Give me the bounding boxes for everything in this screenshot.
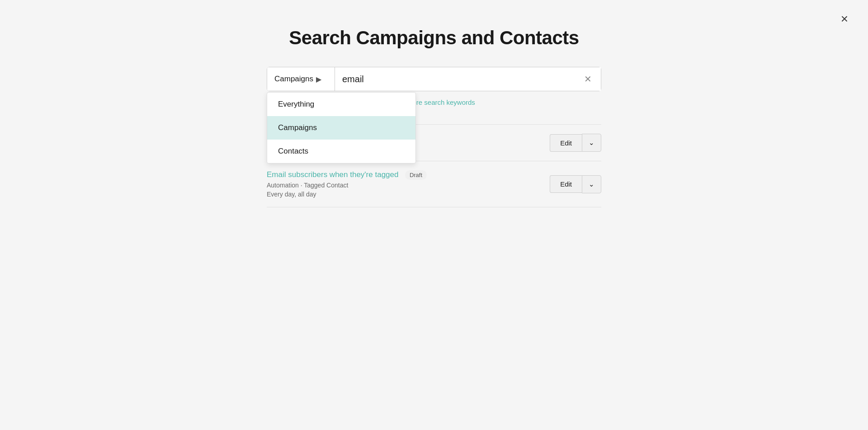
- dropdown-item-contacts[interactable]: Contacts: [267, 140, 415, 163]
- edit-button-1[interactable]: Edit: [550, 134, 582, 152]
- edit-dropdown-button-2[interactable]: ⌄: [582, 175, 601, 193]
- status-badge: Draft: [405, 170, 427, 180]
- clear-search-button[interactable]: ✕: [582, 74, 594, 84]
- edit-dropdown-button-1[interactable]: ⌄: [582, 134, 601, 152]
- search-type-selector[interactable]: Campaigns ▶: [267, 67, 335, 91]
- result-actions: Edit ⌄: [550, 134, 601, 152]
- chevron-down-icon: ⌄: [589, 139, 594, 146]
- result-title-link-2[interactable]: Email subscribers when they're tagged: [267, 170, 398, 179]
- cursor-icon: ▶: [316, 75, 321, 84]
- modal-overlay: × Search Campaigns and Contacts Campaign…: [0, 0, 868, 430]
- search-input-wrapper: ✕: [335, 67, 601, 91]
- table-row: Email subscribers when they're tagged Dr…: [267, 161, 601, 207]
- search-bar: Campaigns ▶ ✕: [267, 67, 601, 91]
- chevron-down-icon: ⌄: [589, 180, 594, 188]
- search-type-dropdown: Everything Campaigns Contacts: [267, 92, 416, 164]
- search-container: Campaigns ▶ ✕ Everything Campaigns Conta…: [267, 67, 601, 91]
- close-icon: ×: [841, 12, 848, 26]
- close-button[interactable]: ×: [837, 11, 852, 27]
- search-input[interactable]: [342, 74, 582, 84]
- result-meta-2: Automation · Tagged Contact: [267, 182, 550, 189]
- dropdown-item-everything[interactable]: Everything: [267, 93, 415, 116]
- search-type-label: Campaigns: [274, 75, 313, 84]
- modal-title: Search Campaigns and Contacts: [289, 27, 579, 49]
- dropdown-item-campaigns[interactable]: Campaigns: [267, 116, 415, 140]
- clear-icon: ✕: [584, 74, 592, 84]
- result-actions-2: Edit ⌄: [550, 175, 601, 193]
- edit-button-2[interactable]: Edit: [550, 175, 582, 193]
- result-schedule-2: Every day, all day: [267, 191, 550, 198]
- result-info-2: Email subscribers when they're tagged Dr…: [267, 170, 550, 198]
